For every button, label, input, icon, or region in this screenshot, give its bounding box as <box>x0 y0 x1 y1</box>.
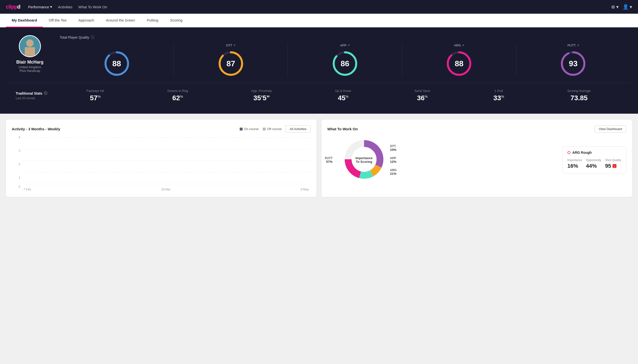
nav-performance[interactable]: Performance ▾ <box>28 5 52 9</box>
info-card-header: ARG Rough <box>567 150 621 154</box>
trad-sand-save: Sand Save 36% <box>414 89 430 102</box>
score-total: 88 <box>60 44 174 77</box>
scores-label: Total Player Quality ⓘ <box>60 35 630 40</box>
score-total-label <box>116 44 117 47</box>
trad-up-down: Up & Down 45% <box>335 89 351 102</box>
legend-off-course: Off course <box>263 127 282 131</box>
tab-my-dashboard[interactable]: My Dashboard <box>6 14 43 28</box>
user-icon: 👤 <box>622 4 629 10</box>
trad-greens-label: Greens In Reg <box>167 89 188 93</box>
avatar <box>19 35 41 57</box>
player-name: Blair McHarg <box>16 60 43 65</box>
trad-help-icon[interactable]: ⓘ <box>44 91 47 96</box>
what-to-work-on-panel: What To Work On View Dashboard PUTT 57% <box>321 120 632 197</box>
help-icon[interactable]: ⓘ <box>91 35 94 40</box>
score-arg-label: ARG ↗ <box>454 44 464 47</box>
chart-legend: On course Off course <box>240 127 282 131</box>
trad-fairways-label: Fairways Hit <box>86 89 104 93</box>
metric-shot-quality: Shot Quality 95 ↓ <box>605 158 621 169</box>
nav-activities[interactable]: Activities <box>58 5 73 9</box>
metric-opportunity-value: 44% <box>586 163 601 169</box>
off-course-dot <box>263 128 266 130</box>
ott-arrow-icon: ↗ <box>233 44 236 47</box>
tab-off-the-tee[interactable]: Off the Tee <box>43 14 73 28</box>
donut-label-ott: OTT 10% <box>390 144 397 152</box>
tab-approach[interactable]: Approach <box>73 14 100 28</box>
score-app: APP ↗ 86 <box>288 44 402 77</box>
nav-links: Performance ▾ Activities What To Work On <box>28 5 603 9</box>
circle-app: 86 <box>331 50 358 77</box>
trad-fairways-value: 57% <box>86 94 104 102</box>
trad-greens-value: 62% <box>167 94 188 102</box>
trad-label-sub: Last 20 rounds <box>16 96 55 100</box>
trad-proximity-label: App. Proximity <box>251 89 272 93</box>
app-arrow-icon: ↗ <box>348 44 350 47</box>
trad-sand-value: 36% <box>414 94 430 102</box>
view-dashboard-button[interactable]: View Dashboard <box>595 126 626 132</box>
circle-total: 88 <box>103 50 130 77</box>
logo[interactable]: clippd <box>6 4 20 10</box>
donut-area: Importance To Scoring <box>342 138 386 182</box>
circle-putt: 93 <box>560 50 587 77</box>
info-card-dot <box>567 151 570 154</box>
score-ott: OTT ↗ 87 <box>174 44 288 77</box>
x-label-feb: 7 Feb <box>24 188 31 191</box>
y-label-2: 2 <box>12 162 20 166</box>
shot-quality-badge: ↓ <box>612 164 616 168</box>
trad-app-proximity: App. Proximity 35'5" <box>251 89 272 102</box>
y-label-0: 0 <box>12 185 20 188</box>
score-app-label: APP ↗ <box>340 44 350 47</box>
top-nav: clippd Performance ▾ Activities What To … <box>0 0 638 14</box>
add-button[interactable]: ⊕ ▾ <box>611 4 619 10</box>
all-activities-button[interactable]: All Activities <box>285 126 311 132</box>
add-chevron-icon: ▾ <box>616 4 619 10</box>
trad-scoring-label: Scoring Average <box>567 89 591 93</box>
wtw-content: PUTT 57% <box>327 138 626 182</box>
y-label-4: 4 <box>12 136 20 139</box>
player-info: Blair McHarg United Kingdom Plus Handica… <box>8 35 52 72</box>
trad-oneputt-value: 33% <box>493 94 504 102</box>
y-label-3: 3 <box>12 149 20 152</box>
nav-what-to-work-on[interactable]: What To Work On <box>78 5 107 9</box>
metric-opportunity: Opportunity 44% <box>586 158 601 169</box>
plus-circle-icon: ⊕ <box>611 4 615 10</box>
info-card: ARG Rough Importance 16% Opportunity 44%… <box>562 146 626 173</box>
score-circles: 88 OTT ↗ 87 <box>60 44 630 77</box>
tab-scoring[interactable]: Scoring <box>164 14 188 28</box>
score-arg-value: 88 <box>455 59 464 68</box>
legend-on-course: On course <box>240 127 259 131</box>
metric-shot-quality-label: Shot Quality <box>605 158 621 162</box>
circle-arg: 88 <box>446 50 473 77</box>
activity-panel: Activity - 3 Months - Weekly On course O… <box>6 120 317 197</box>
tab-putting[interactable]: Putting <box>141 14 164 28</box>
traditional-stats: Traditional Stats ⓘ Last 20 rounds Fairw… <box>8 83 630 108</box>
chevron-down-icon: ▾ <box>50 5 52 9</box>
hero-top: Blair McHarg United Kingdom Plus Handica… <box>8 35 630 77</box>
metric-importance: Importance 16% <box>567 158 582 169</box>
trad-oneputt-label: 1 Putt <box>493 89 504 93</box>
donut-label-putt: PUTT 57% <box>325 156 332 164</box>
donut-wrapper: PUTT 57% <box>327 138 556 182</box>
donut-right-labels: OTT 10% APP 12% ARG 21% <box>390 144 397 176</box>
player-country: United Kingdom <box>19 65 41 69</box>
trad-updown-value: 45% <box>335 94 351 102</box>
on-course-dot <box>240 128 243 130</box>
trad-label-title: Traditional Stats ⓘ <box>16 91 55 96</box>
metric-shot-quality-value: 95 ↓ <box>605 163 621 169</box>
metric-importance-value: 16% <box>567 163 582 169</box>
donut-label-app: APP 12% <box>390 156 397 164</box>
avatar-image <box>20 36 40 56</box>
metric-opportunity-label: Opportunity <box>586 158 601 162</box>
chart-title: Activity - 3 Months - Weekly <box>12 127 236 131</box>
tab-around-the-green[interactable]: Around the Green <box>100 14 141 28</box>
trad-proximity-value: 35'5" <box>251 94 272 102</box>
user-menu[interactable]: 👤 ▾ <box>622 4 632 10</box>
trad-sand-label: Sand Save <box>414 89 430 93</box>
chart-header: Activity - 3 Months - Weekly On course O… <box>12 126 311 132</box>
score-app-value: 86 <box>341 59 349 68</box>
grid-line-0 <box>22 184 311 184</box>
wtw-header: What To Work On View Dashboard <box>327 126 626 132</box>
score-total-value: 88 <box>112 59 121 68</box>
donut-center: Importance To Scoring <box>355 156 373 164</box>
info-card-metrics: Importance 16% Opportunity 44% Shot Qual… <box>567 158 621 169</box>
